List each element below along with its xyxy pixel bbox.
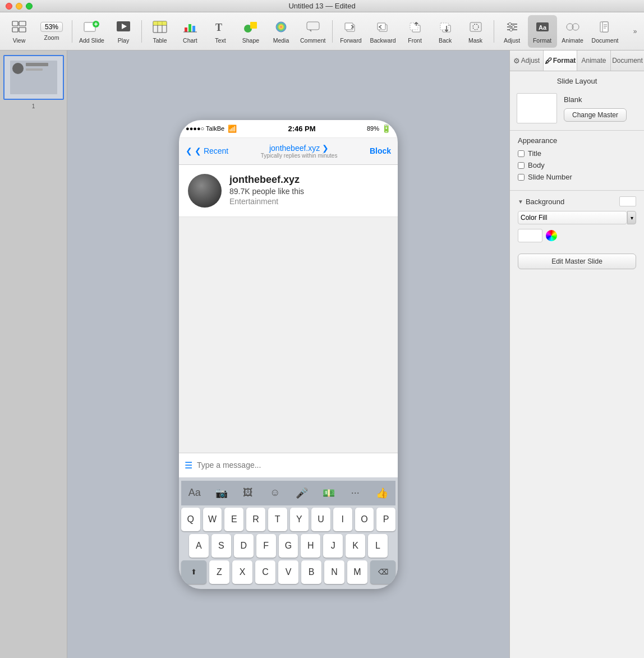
animate-button[interactable]: Animate [558, 15, 587, 48]
tab-adjust[interactable]: ⚙ Adjust [510, 50, 544, 71]
key-f[interactable]: F [256, 534, 276, 558]
adjust-tab-icon: ⚙ [513, 57, 520, 65]
key-delete[interactable]: ⌫ [370, 560, 395, 584]
close-button[interactable] [6, 3, 12, 10]
key-z[interactable]: Z [209, 560, 229, 584]
appearance-title: Appearance [518, 136, 636, 145]
background-white-swatch[interactable] [518, 229, 542, 242]
format-icon: Aa [535, 19, 550, 35]
svg-rect-1 [19, 21, 26, 26]
key-b[interactable]: B [301, 560, 321, 584]
nav-back-button[interactable]: ❮ ❮ Recent [186, 146, 228, 155]
key-e[interactable]: E [224, 508, 243, 531]
body-checkbox[interactable] [518, 162, 525, 169]
blank-label: Blank [564, 95, 582, 104]
key-x[interactable]: X [232, 560, 252, 584]
key-g[interactable]: G [279, 534, 298, 558]
background-color-swatch[interactable] [619, 196, 636, 206]
nav-block-button[interactable]: Block [370, 146, 391, 155]
svg-rect-49 [602, 22, 608, 32]
view-button[interactable]: View [4, 15, 34, 48]
chart-button[interactable]: Chart [176, 15, 205, 48]
key-u[interactable]: U [311, 508, 330, 531]
tab-document[interactable]: Document [611, 50, 644, 71]
animate-tab-label: Animate [581, 57, 606, 65]
shape-button[interactable]: Shape [236, 15, 265, 48]
key-v[interactable]: V [278, 560, 298, 584]
kb-font-icon[interactable]: Aa [183, 484, 206, 502]
zoom-button[interactable]: 53% Zoom [35, 15, 68, 48]
key-a[interactable]: A [189, 534, 209, 558]
forward-button[interactable]: Forward [336, 15, 365, 48]
title-bar: Untitled 13 — Edited [0, 0, 644, 12]
kb-thumb-icon[interactable]: 👍 [371, 484, 393, 502]
edit-master-slide-button[interactable]: Edit Master Slide [518, 254, 636, 269]
background-collapse-icon[interactable]: ▼ [518, 199, 523, 205]
key-r[interactable]: R [246, 508, 265, 531]
key-h[interactable]: H [301, 534, 320, 558]
kb-camera-icon[interactable]: 📷 [210, 484, 233, 502]
play-button[interactable]: Play [109, 15, 138, 48]
key-j[interactable]: J [323, 534, 343, 558]
comment-button[interactable]: Comment [297, 15, 329, 48]
backward-button[interactable]: Backward [366, 15, 399, 48]
traffic-lights [6, 3, 33, 10]
background-fill-select[interactable]: Color Fill [518, 211, 627, 224]
mask-button[interactable]: Mask [461, 15, 490, 48]
page-info: jonthebeef.xyz 89.7K people like this En… [229, 174, 389, 206]
key-s[interactable]: S [211, 534, 231, 558]
key-l[interactable]: L [368, 534, 388, 558]
table-button[interactable]: Table [145, 15, 174, 48]
toolbar-expand-icon[interactable]: » [631, 27, 640, 36]
slide-number-checkbox[interactable] [518, 174, 525, 181]
keyboard-toolbar: Aa 📷 🖼 ☺ 🎤 💵 ··· 👍 [181, 481, 395, 505]
format-button[interactable]: Aa Format [528, 15, 557, 48]
kb-mic-icon[interactable]: 🎤 [291, 484, 313, 502]
title-checkbox[interactable] [518, 150, 525, 157]
color-wheel-icon[interactable] [546, 230, 557, 241]
back-button[interactable]: Back [431, 15, 460, 48]
adjust-icon [504, 19, 520, 35]
key-c[interactable]: C [255, 560, 275, 584]
key-w[interactable]: W [203, 508, 222, 531]
key-m[interactable]: M [347, 560, 367, 584]
change-master-button[interactable]: Change Master [564, 108, 627, 122]
message-input[interactable] [197, 457, 392, 473]
canvas-area[interactable]: ●●●●○ TalkBe 📶 2:46 PM 89% 🔋 ❮ ❮ Recent … [67, 50, 509, 658]
key-k[interactable]: K [346, 534, 365, 558]
text-icon: T [213, 19, 228, 35]
svg-point-41 [508, 22, 511, 25]
toolbar: View 53% Zoom Add Slide Play [0, 12, 644, 50]
panel-tabs: ⚙ Adjust 🖊 Format Animate Document [510, 50, 644, 71]
minimize-button[interactable] [16, 3, 22, 10]
key-o[interactable]: O [355, 508, 374, 531]
kb-image-icon[interactable]: 🖼 [237, 484, 259, 502]
maximize-button[interactable] [26, 3, 33, 10]
add-slide-button[interactable]: Add Slide [76, 15, 108, 48]
document-button[interactable]: Document [588, 15, 622, 48]
media-button[interactable]: Media [266, 15, 296, 48]
kb-emoji-icon[interactable]: ☺ [264, 484, 286, 502]
key-y[interactable]: Y [290, 508, 309, 531]
front-button[interactable]: Front [401, 15, 430, 48]
key-n[interactable]: N [324, 560, 344, 584]
title-checkbox-label: Title [528, 149, 541, 158]
key-shift[interactable]: ⬆ [181, 560, 206, 584]
key-t[interactable]: T [268, 508, 287, 531]
kb-dots-icon[interactable]: ··· [344, 484, 366, 502]
view-label: View [13, 37, 26, 44]
tab-format[interactable]: 🖊 Format [544, 50, 577, 71]
key-i[interactable]: I [333, 508, 352, 531]
text-button[interactable]: T Text [206, 15, 235, 48]
key-q[interactable]: Q [181, 508, 200, 531]
key-d[interactable]: D [234, 534, 254, 558]
document-tab-label: Document [612, 57, 643, 65]
key-p[interactable]: P [376, 508, 395, 531]
page-likes: 89.7K people like this [229, 187, 389, 196]
toolbar-separator-1 [72, 20, 72, 43]
slide-thumb-1[interactable] [3, 55, 64, 100]
adjust-button[interactable]: Adjust [498, 15, 527, 48]
tab-animate[interactable]: Animate [577, 50, 611, 71]
message-menu-icon[interactable]: ☰ [185, 460, 192, 471]
kb-dollar-icon[interactable]: 💵 [318, 484, 340, 502]
